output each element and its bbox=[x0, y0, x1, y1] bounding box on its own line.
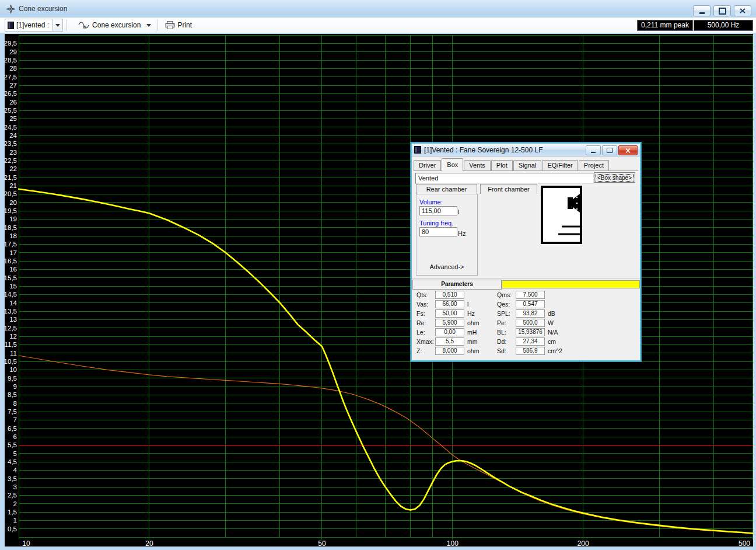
parameters-left-column: Qts:0,510Vas:66,00lFs:50,00HzRe:5,900ohm… bbox=[416, 290, 494, 356]
plot-type-dropdown[interactable] bbox=[144, 19, 153, 31]
y-axis-label: 19,5 bbox=[5, 207, 17, 214]
param-value-fs: 50,00 bbox=[435, 309, 464, 318]
y-axis-label: 10 bbox=[9, 366, 17, 373]
tab-project[interactable]: Project bbox=[579, 160, 609, 170]
tab-eq-filter[interactable]: EQ/Filter bbox=[542, 160, 578, 170]
window-title: Cone excursion bbox=[19, 5, 67, 13]
box-type-field[interactable]: Vented bbox=[415, 173, 594, 184]
tab-front-chamber[interactable]: Front chamber bbox=[480, 184, 537, 194]
y-axis-label: 27 bbox=[9, 82, 17, 89]
y-axis-label: 23,5 bbox=[5, 140, 17, 147]
maximize-button[interactable] bbox=[713, 5, 731, 16]
tab-vents[interactable]: Vents bbox=[464, 160, 491, 170]
dialog-close-button[interactable] bbox=[618, 145, 638, 155]
param-unit-spl: dB bbox=[548, 310, 555, 317]
tab-box[interactable]: Box bbox=[442, 158, 463, 171]
param-row-spl: SPL:93,82dB bbox=[497, 309, 596, 318]
tuning-freq-unit: Hz bbox=[458, 230, 466, 237]
volume-input[interactable] bbox=[419, 206, 457, 215]
y-axis-label: 6,5 bbox=[8, 425, 17, 432]
window-controls bbox=[693, 5, 751, 16]
y-axis-label: 8 bbox=[13, 400, 17, 407]
y-axis-label: 19 bbox=[9, 215, 17, 222]
y-axis-label: 1 bbox=[13, 517, 17, 524]
y-axis-label: 22 bbox=[9, 165, 17, 172]
param-row-qts: Qts:0,510 bbox=[416, 290, 494, 300]
y-axis-label: 9,5 bbox=[8, 375, 17, 382]
y-axis-label: 29 bbox=[9, 48, 17, 55]
sine-wave-icon bbox=[78, 21, 90, 29]
box-diagram bbox=[541, 186, 583, 244]
plot-type-combo[interactable]: Cone excursion bbox=[75, 19, 154, 32]
print-button[interactable]: Print bbox=[162, 19, 195, 31]
param-label-bl: BL: bbox=[497, 329, 516, 336]
tab-signal[interactable]: Signal bbox=[513, 160, 542, 170]
dialog-maximize-button[interactable] bbox=[602, 145, 617, 155]
param-label-dd: Dd: bbox=[497, 338, 516, 345]
param-row-z: Z:8,000ohm bbox=[416, 346, 494, 356]
param-label-pe: Pe: bbox=[497, 319, 516, 326]
close-button[interactable] bbox=[734, 5, 751, 16]
y-axis-label: 28 bbox=[9, 65, 17, 72]
excursion-window-icon bbox=[6, 4, 15, 13]
param-label-xmax: Xmax: bbox=[416, 338, 435, 345]
frequency-readout: 500,00 Hz bbox=[694, 20, 753, 31]
cursor-readouts: 0,211 mm peak 500,00 Hz bbox=[637, 20, 753, 31]
y-axis-label: 28,5 bbox=[5, 57, 17, 64]
series-reference-excursion bbox=[19, 356, 753, 534]
speaker-box-icon bbox=[8, 22, 14, 29]
param-label-re: Re: bbox=[416, 319, 435, 326]
param-row-pe: Pe:500,0W bbox=[497, 318, 596, 328]
y-axis-label: 12,5 bbox=[5, 325, 17, 332]
y-axis-label: 26 bbox=[9, 99, 17, 106]
driver-selector-dropdown[interactable] bbox=[52, 19, 62, 31]
plot-type-label: Cone excursion bbox=[90, 21, 144, 29]
dialog-titlebar[interactable]: [1]Vented : Fane Sovereign 12-500 LF bbox=[412, 144, 640, 156]
minimize-button[interactable] bbox=[693, 5, 710, 16]
param-unit-fs: Hz bbox=[467, 310, 475, 317]
window-border-right bbox=[753, 33, 756, 550]
y-axis-label: 14,5 bbox=[5, 291, 17, 298]
tuning-freq-input[interactable] bbox=[419, 227, 457, 236]
param-unit-z: ohm bbox=[467, 347, 479, 354]
advanced-link[interactable]: Advanced-> bbox=[416, 263, 477, 270]
param-unit-bl: N/A bbox=[548, 329, 558, 336]
tab-plot[interactable]: Plot bbox=[491, 160, 513, 170]
driver-selector-combo[interactable]: [1]vented : bbox=[5, 19, 63, 32]
y-axis-label: 26,5 bbox=[5, 90, 17, 97]
tab-driver[interactable]: Driver bbox=[414, 160, 441, 170]
y-axis-label: 24 bbox=[9, 132, 17, 139]
y-axis-label: 14 bbox=[9, 300, 17, 307]
y-axis-label: 3 bbox=[13, 483, 17, 490]
tab-rear-chamber[interactable]: Rear chamber bbox=[416, 184, 477, 194]
y-axis-label: 7,5 bbox=[8, 408, 17, 415]
box-shape-label: <Box shape> bbox=[596, 174, 634, 182]
y-axis-label: 25 bbox=[9, 115, 17, 122]
y-axis-label: 10,5 bbox=[5, 358, 17, 365]
param-value-qts: 0,510 bbox=[435, 291, 464, 299]
param-row-bl: BL:15,93876N/A bbox=[497, 328, 596, 337]
x-axis-label: 10 bbox=[22, 539, 30, 546]
param-row-dd: Dd:27,34cm bbox=[497, 337, 596, 346]
print-label: Print bbox=[177, 21, 192, 29]
y-axis-label: 18,5 bbox=[5, 224, 17, 231]
chamber-settings-group: Volume: l Tuning freq. Hz Advanced-> bbox=[416, 194, 478, 276]
dialog-tab-strip: DriverBoxVentsPlotSignalEQ/FilterProject bbox=[414, 158, 638, 171]
y-axis-label: 11,5 bbox=[5, 341, 17, 348]
y-axis-label: 4 bbox=[13, 467, 18, 474]
y-axis-label: 27,5 bbox=[5, 74, 17, 81]
chamber-tab-strip: Rear chamberFront chamber bbox=[416, 184, 537, 194]
dialog-controls bbox=[586, 145, 638, 155]
param-row-re: Re:5,900ohm bbox=[416, 318, 494, 328]
parameters-tab[interactable]: Parameters bbox=[412, 280, 502, 290]
y-axis-label: 12 bbox=[9, 333, 17, 340]
driver-box-dialog: [1]Vented : Fane Sovereign 12-500 LF Dri… bbox=[411, 142, 641, 361]
param-value-xmax: 5,5 bbox=[435, 337, 464, 346]
y-axis-label: 16,5 bbox=[5, 257, 17, 264]
dialog-minimize-button[interactable] bbox=[586, 145, 601, 155]
volume-label: Volume: bbox=[419, 199, 443, 206]
box-shape-button[interactable]: <Box shape> bbox=[594, 172, 635, 183]
param-value-qes: 0,547 bbox=[516, 300, 545, 308]
y-axis-label: 17,5 bbox=[5, 241, 17, 248]
y-axis-label: 5,5 bbox=[8, 441, 17, 448]
